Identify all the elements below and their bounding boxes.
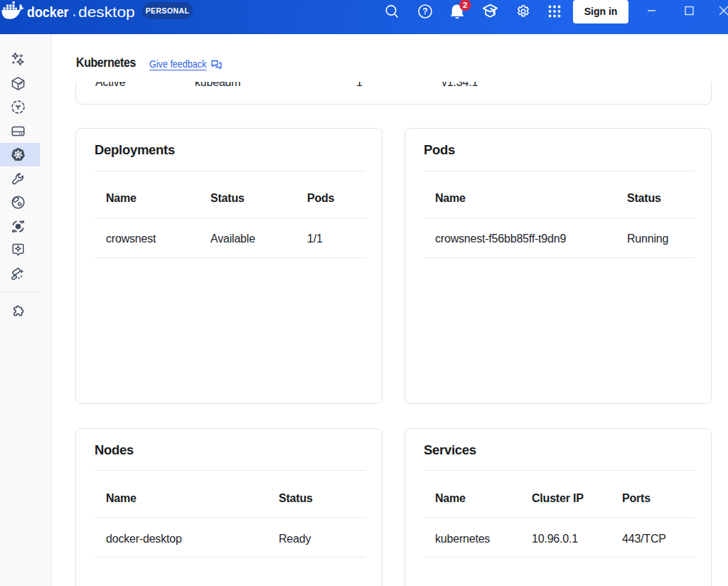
svg-text:?: ? [422,6,427,16]
svg-text:2: 2 [463,1,467,9]
